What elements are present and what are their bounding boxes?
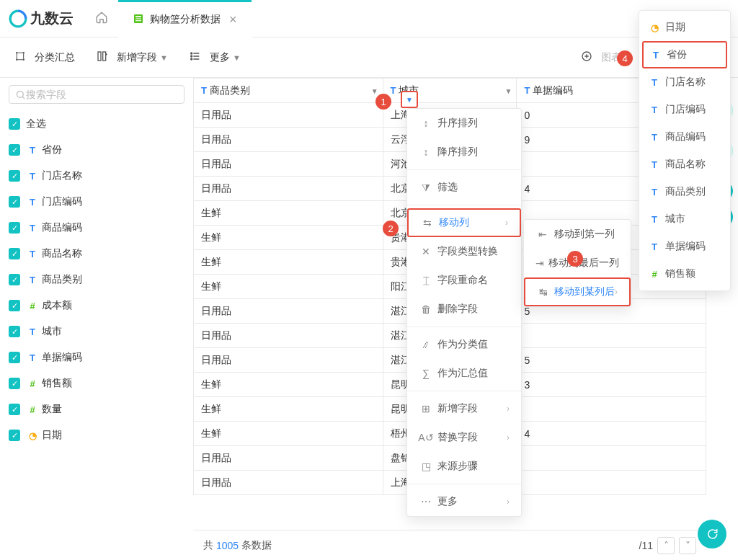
submenu-move-after[interactable]: ↹移动到某列后› xyxy=(524,277,631,306)
field-label: 数量 xyxy=(42,403,62,416)
table-cell: 生鲜 xyxy=(194,397,383,422)
picker-label: 销售额 xyxy=(665,267,695,280)
field-type-icon: T xyxy=(26,223,39,234)
select-all-row[interactable]: ✓ 全选 xyxy=(9,111,184,137)
page-down-button[interactable]: ˅ xyxy=(679,537,696,554)
menu-separator xyxy=(407,169,521,170)
page-up-button[interactable]: ˄ xyxy=(657,537,675,554)
trash-icon: 🗑 xyxy=(419,303,433,315)
table-cell: 日用品 xyxy=(194,471,383,495)
field-item[interactable]: ✓T门店编码 xyxy=(9,189,184,215)
menu-add-field[interactable]: ⊞新增字段› xyxy=(407,394,521,423)
search-icon xyxy=(15,89,26,100)
column-menu-trigger[interactable]: ▼ xyxy=(401,91,418,108)
search-input-wrap[interactable] xyxy=(9,85,184,104)
checkbox-icon: ✓ xyxy=(9,118,20,130)
field-item[interactable]: ✓T商品编码 xyxy=(9,215,184,241)
svg-rect-2 xyxy=(135,18,141,19)
table-cell xyxy=(517,446,706,471)
picker-item[interactable]: T门店编码 xyxy=(639,96,730,123)
caret-down-icon: ▼ xyxy=(160,53,168,62)
picker-label: 省份 xyxy=(667,48,687,61)
checkbox-icon: ✓ xyxy=(9,430,20,441)
svg-point-7 xyxy=(22,58,25,61)
field-label: 省份 xyxy=(42,143,62,156)
field-type-icon: ◔ xyxy=(26,430,39,441)
menu-sort-asc[interactable]: ↕升序排列 xyxy=(407,109,521,138)
svg-point-12 xyxy=(191,58,192,60)
caret-down-icon[interactable]: ▼ xyxy=(371,86,378,94)
search-input[interactable] xyxy=(26,89,178,100)
chat-fab[interactable] xyxy=(698,520,726,548)
field-label: 城市 xyxy=(42,325,62,338)
picker-item[interactable]: T商品编码 xyxy=(639,123,730,151)
menu-as-group[interactable]: ⫽作为分类值 xyxy=(407,330,521,359)
chart-button[interactable]: 图表 xyxy=(581,50,621,64)
menu-rename[interactable]: ⌶字段重命名 xyxy=(407,266,521,295)
submenu-move-first[interactable]: ⇤移动到第一列 xyxy=(524,220,631,249)
field-item[interactable]: ✓T省份 xyxy=(9,137,184,163)
chevron-right-icon: › xyxy=(507,497,510,507)
table-cell: 生鲜 xyxy=(194,226,383,250)
move-column-icon: ⇆ xyxy=(420,217,435,228)
menu-filter[interactable]: ⧩筛选 xyxy=(407,173,521,202)
add-column-icon: ⊞ xyxy=(419,403,433,414)
picker-item[interactable]: T省份 xyxy=(642,41,727,68)
titlebar: 九数云 购物篮分析数据 × xyxy=(0,0,738,37)
checkbox-icon: ✓ xyxy=(9,352,20,363)
picker-item[interactable]: T单据编码 xyxy=(639,233,730,260)
menu-separator xyxy=(407,326,521,327)
menu-source[interactable]: ◳来源步骤 xyxy=(407,452,521,481)
caret-down-icon: ▼ xyxy=(406,96,413,104)
menu-delete[interactable]: 🗑删除字段 xyxy=(407,295,521,324)
svg-rect-9 xyxy=(103,52,106,61)
field-item[interactable]: ✓#成本额 xyxy=(9,293,184,319)
fields-pane: ✓ 全选 ✓T省份✓T门店名称✓T门店编码✓T商品编码✓T商品名称✓T商品类别✓… xyxy=(0,78,193,560)
picker-label: 门店编码 xyxy=(665,103,706,116)
close-icon[interactable]: × xyxy=(229,13,237,26)
column-header[interactable]: T商品类别▼ xyxy=(194,79,383,103)
menu-separator xyxy=(407,205,521,205)
picker-item[interactable]: T商品名称 xyxy=(639,151,730,178)
picker-item[interactable]: ◔日期 xyxy=(639,14,730,41)
table-cell: 日用品 xyxy=(194,446,383,471)
group-summary-button[interactable]: 分类汇总 xyxy=(14,50,75,64)
more-button[interactable]: 更多 ▼ xyxy=(190,50,241,64)
menu-more[interactable]: ⋯更多› xyxy=(407,487,521,516)
field-type-icon: # xyxy=(26,404,39,415)
picker-item[interactable]: T商品类别 xyxy=(639,178,730,205)
field-type-icon: T xyxy=(648,105,661,115)
field-item[interactable]: ✓T商品类别 xyxy=(9,267,184,293)
field-item[interactable]: ✓T门店名称 xyxy=(9,163,184,189)
menu-move-column[interactable]: ⇆移动列› xyxy=(407,208,521,237)
menu-convert[interactable]: ✕字段类型转换 xyxy=(407,237,521,266)
menu-sort-desc[interactable]: ↕降序排列 xyxy=(407,138,521,166)
document-tab[interactable]: 购物篮分析数据 × xyxy=(118,0,252,37)
picker-item[interactable]: T门店名称 xyxy=(639,68,730,96)
home-icon[interactable] xyxy=(95,11,108,26)
rename-icon: ⌶ xyxy=(419,275,433,286)
field-item[interactable]: ✓T城市 xyxy=(9,319,184,345)
picker-label: 门店名称 xyxy=(665,76,706,89)
field-item[interactable]: ✓◔日期 xyxy=(9,422,184,448)
sort-desc-icon: ↕ xyxy=(419,146,433,158)
group-icon: ⫽ xyxy=(419,339,433,350)
field-item[interactable]: ✓T单据编码 xyxy=(9,345,184,370)
menu-as-agg[interactable]: ∑作为汇总值 xyxy=(407,359,521,388)
step-badge-3: 3 xyxy=(567,251,583,267)
add-field-button[interactable]: 新增字段 ▼ xyxy=(97,50,168,64)
table-cell: 5 xyxy=(517,348,706,373)
footer-prefix: 共 xyxy=(203,539,213,552)
field-item[interactable]: ✓T商品名称 xyxy=(9,241,184,267)
svg-point-10 xyxy=(191,53,192,54)
chevron-right-icon: › xyxy=(505,218,508,228)
checkbox-icon: ✓ xyxy=(9,196,20,208)
more-label: 更多 xyxy=(210,51,230,64)
field-item[interactable]: ✓#数量 xyxy=(9,396,184,422)
field-label: 商品名称 xyxy=(42,247,82,260)
picker-item[interactable]: T城市 xyxy=(639,205,730,233)
field-item[interactable]: ✓#销售额 xyxy=(9,370,184,396)
picker-item[interactable]: #销售额 xyxy=(639,260,730,288)
caret-down-icon[interactable]: ▼ xyxy=(505,86,512,94)
menu-replace[interactable]: A↺替换字段› xyxy=(407,423,521,452)
